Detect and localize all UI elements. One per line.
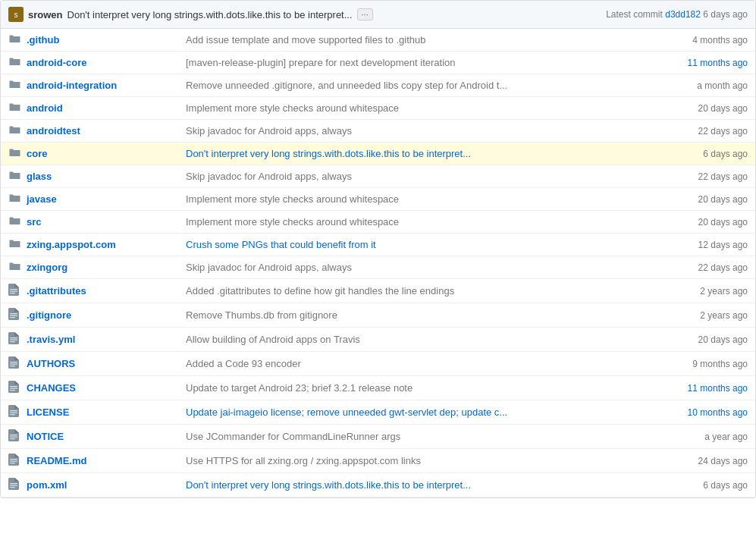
svg-rect-3 bbox=[10, 291, 17, 292]
table-row: zxingorgSkip javadoc for Android apps, a… bbox=[1, 256, 755, 279]
file-message-link[interactable]: Implement more style checks around white… bbox=[186, 193, 399, 205]
avatar: s bbox=[8, 7, 24, 22]
svg-rect-17 bbox=[10, 410, 17, 411]
file-message-link[interactable]: Add issue template and move supported fi… bbox=[186, 34, 426, 46]
file-message-link[interactable]: Added a Code 93 encoder bbox=[186, 358, 301, 369]
table-row: android-integrationRemove unneeded .giti… bbox=[1, 74, 755, 97]
file-name-link[interactable]: pom.xml bbox=[27, 479, 67, 491]
file-message-link[interactable]: Added .gitattributes to define how git h… bbox=[186, 285, 454, 297]
file-name-link[interactable]: android-core bbox=[27, 57, 86, 68]
file-list: .githubAdd issue template and move suppo… bbox=[1, 29, 755, 497]
file-name-link[interactable]: glass bbox=[27, 171, 52, 182]
svg-rect-11 bbox=[10, 362, 17, 363]
file-name-link[interactable]: android bbox=[27, 102, 63, 114]
file-message-link[interactable]: Skip javadoc for Android apps, always bbox=[186, 262, 352, 273]
svg-rect-10 bbox=[10, 341, 15, 342]
commit-hash-link[interactable]: d3dd182 bbox=[665, 9, 701, 20]
file-age-link[interactable]: 11 months ago bbox=[688, 383, 748, 394]
svg-rect-9 bbox=[10, 340, 17, 341]
file-name-link[interactable]: zxingorg bbox=[27, 262, 67, 273]
svg-rect-12 bbox=[10, 364, 17, 365]
table-row: androidtestSkip javadoc for Android apps… bbox=[1, 120, 755, 143]
ellipsis-button[interactable]: ··· bbox=[357, 8, 373, 20]
file-message-link[interactable]: Use JCommander for CommandLineRunner arg… bbox=[186, 431, 400, 442]
file-message-link[interactable]: Don't interpret very long strings.with.d… bbox=[186, 148, 471, 159]
file-name-link[interactable]: README.md bbox=[27, 455, 86, 466]
commit-username[interactable]: srowen bbox=[28, 9, 63, 20]
file-name-link[interactable]: androidtest bbox=[27, 125, 80, 137]
file-age-text: 20 days ago bbox=[657, 334, 748, 345]
table-row: NOTICEUse JCommander for CommandLineRunn… bbox=[1, 425, 755, 449]
svg-rect-4 bbox=[10, 293, 15, 293]
file-message-link[interactable]: Skip javadoc for Android apps, always bbox=[186, 125, 352, 137]
folder-icon bbox=[8, 79, 22, 92]
file-icon bbox=[8, 454, 22, 468]
file-message-link[interactable]: Remove Thumbs.db from gitignore bbox=[186, 309, 337, 321]
svg-rect-15 bbox=[10, 388, 17, 389]
table-row: .gitattributesAdded .gitattributes to de… bbox=[1, 279, 755, 303]
commit-message: Don't interpret very long strings.with.d… bbox=[67, 9, 353, 20]
file-age-text: 22 days ago bbox=[657, 262, 748, 273]
folder-icon bbox=[8, 102, 22, 115]
folder-icon bbox=[8, 261, 22, 274]
file-icon bbox=[8, 429, 22, 444]
file-name-link[interactable]: .gitignore bbox=[27, 309, 71, 321]
file-name-link[interactable]: NOTICE bbox=[27, 431, 64, 442]
file-name-link[interactable]: .github bbox=[27, 34, 59, 46]
file-age-link[interactable]: 11 months ago bbox=[688, 58, 748, 68]
file-message-link[interactable]: [maven-release-plugin] prepare for next … bbox=[186, 57, 456, 68]
file-name-link[interactable]: LICENSE bbox=[27, 406, 69, 418]
file-message-link[interactable]: Don't interpret very long strings.with.d… bbox=[186, 479, 471, 491]
file-message-link[interactable]: Allow building of Android apps on Travis bbox=[186, 334, 360, 345]
file-age-text: 6 days ago bbox=[657, 480, 748, 491]
folder-icon bbox=[8, 170, 22, 183]
file-age-text: 24 days ago bbox=[657, 456, 748, 466]
file-message-link[interactable]: Update jai-imageio license; remove unnee… bbox=[186, 406, 507, 418]
file-message-link[interactable]: Remove unneeded .gitignore, and unneeded… bbox=[186, 80, 507, 91]
file-name-link[interactable]: zxing.appspot.com bbox=[27, 239, 116, 250]
svg-rect-8 bbox=[10, 337, 17, 338]
svg-rect-20 bbox=[10, 435, 17, 435]
svg-rect-25 bbox=[10, 463, 15, 463]
svg-rect-24 bbox=[10, 461, 17, 462]
svg-rect-23 bbox=[10, 459, 17, 460]
table-row: CHANGESUpdate to target Android 23; brie… bbox=[1, 376, 755, 400]
svg-rect-18 bbox=[10, 413, 17, 413]
table-row: AUTHORSAdded a Code 93 encoder9 months a… bbox=[1, 352, 755, 376]
table-row: .travis.ymlAllow building of Android app… bbox=[1, 328, 755, 352]
svg-rect-13 bbox=[10, 366, 15, 366]
file-age-text: 9 months ago bbox=[657, 359, 748, 369]
folder-icon bbox=[8, 56, 22, 69]
file-message-link[interactable]: Implement more style checks around white… bbox=[186, 216, 399, 228]
folder-icon bbox=[8, 33, 22, 46]
svg-rect-5 bbox=[10, 313, 17, 314]
file-icon bbox=[8, 478, 22, 492]
file-name-link[interactable]: javase bbox=[27, 193, 57, 205]
file-message-link[interactable]: Skip javadoc for Android apps, always bbox=[186, 171, 352, 182]
file-message-link[interactable]: Use HTTPS for all zxing.org / zxing.apps… bbox=[186, 455, 421, 466]
file-name-link[interactable]: .gitattributes bbox=[27, 285, 86, 297]
table-row: coreDon't interpret very long strings.wi… bbox=[1, 143, 755, 165]
file-message-link[interactable]: Update to target Android 23; brief 3.2.1… bbox=[186, 382, 413, 394]
file-name-link[interactable]: core bbox=[27, 148, 47, 159]
file-age-text: 20 days ago bbox=[657, 217, 748, 228]
file-icon bbox=[8, 356, 22, 371]
svg-rect-26 bbox=[10, 483, 17, 484]
folder-icon bbox=[8, 238, 22, 251]
svg-rect-14 bbox=[10, 386, 17, 387]
file-name-link[interactable]: src bbox=[27, 216, 42, 228]
file-icon bbox=[8, 405, 22, 419]
file-message-link[interactable]: Crush some PNGs that could benefit from … bbox=[186, 239, 376, 250]
file-name-link[interactable]: CHANGES bbox=[27, 382, 76, 394]
svg-rect-27 bbox=[10, 485, 17, 486]
file-name-link[interactable]: AUTHORS bbox=[27, 358, 75, 369]
file-message-link[interactable]: Implement more style checks around white… bbox=[186, 102, 399, 114]
svg-rect-19 bbox=[10, 414, 15, 415]
file-age-text: 20 days ago bbox=[657, 194, 748, 205]
table-row: .githubAdd issue template and move suppo… bbox=[1, 29, 755, 52]
file-name-link[interactable]: android-integration bbox=[27, 80, 117, 91]
file-age-text: 2 years ago bbox=[657, 286, 748, 297]
svg-rect-7 bbox=[10, 317, 15, 318]
file-name-link[interactable]: .travis.yml bbox=[27, 334, 75, 345]
file-age-link[interactable]: 10 months ago bbox=[688, 407, 748, 418]
